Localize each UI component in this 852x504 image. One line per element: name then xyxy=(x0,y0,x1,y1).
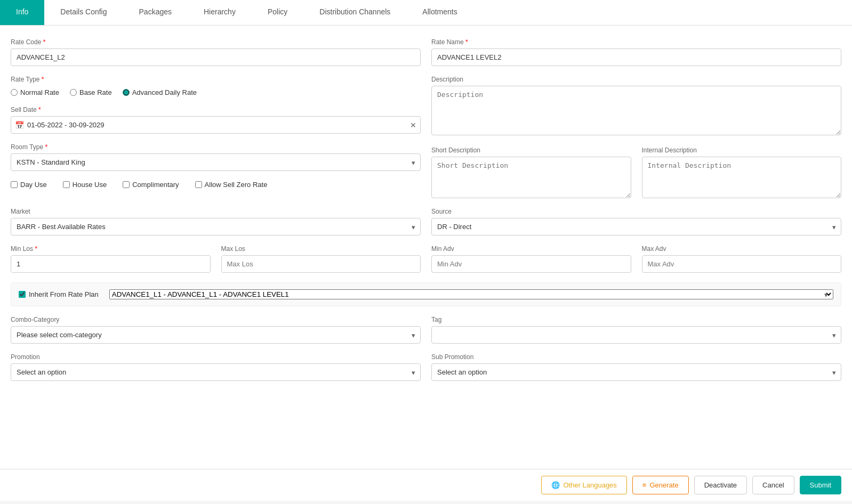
row-los-adv: Min Los * Max Los Min Adv Max Adv xyxy=(11,245,841,273)
sub-promotion-select[interactable]: Select an option xyxy=(431,363,841,381)
other-languages-button[interactable]: 🌐 Other Languages xyxy=(541,476,626,494)
max-los-input[interactable] xyxy=(221,255,421,273)
rate-code-label: Rate Code * xyxy=(11,38,421,46)
checkbox-complimentary-input[interactable] xyxy=(123,181,130,188)
group-sub-promotion: Sub Promotion Select an option xyxy=(431,353,841,381)
max-adv-label: Max Adv xyxy=(642,245,842,253)
short-description-textarea[interactable] xyxy=(431,157,631,198)
tab-packages[interactable]: Packages xyxy=(123,0,188,25)
group-description: Description xyxy=(431,76,841,137)
tab-hierarchy[interactable]: Hierarchy xyxy=(188,0,252,25)
market-select-wrapper: BARR - Best Available Rates xyxy=(11,218,421,235)
tab-details-config[interactable]: Details Config xyxy=(44,0,123,25)
row-rate-code-name: Rate Code * Rate Name * xyxy=(11,38,841,66)
checkbox-allow-sell-zero-input[interactable] xyxy=(195,181,202,188)
rate-name-input[interactable] xyxy=(431,48,841,66)
promotion-select-wrapper: Select an option xyxy=(11,363,421,381)
checkbox-day-use-input[interactable] xyxy=(11,181,18,188)
group-combo-category: Combo-Category Please select com-categor… xyxy=(11,316,421,344)
promotion-select[interactable]: Select an option xyxy=(11,363,421,381)
generate-button[interactable]: ≡ Generate xyxy=(632,476,689,494)
inherit-row: Inherit From Rate Plan ADVANCE1_L1 - ADV… xyxy=(11,282,841,306)
group-room-type: Room Type * KSTN - Standard King xyxy=(11,143,421,171)
rate-type-label: Rate Type * xyxy=(11,76,421,83)
source-select[interactable]: DR - Direct xyxy=(431,218,841,235)
checkbox-house-use-input[interactable] xyxy=(63,181,70,188)
row-promotion: Promotion Select an option Sub Promotion… xyxy=(11,353,841,381)
inherit-checkbox[interactable] xyxy=(19,291,26,298)
min-los-label: Min Los * xyxy=(11,245,211,253)
group-rate-type: Rate Type * Normal Rate Base Rate Advanc… xyxy=(11,76,421,96)
tab-allotments[interactable]: Allotments xyxy=(406,0,473,25)
submit-button[interactable]: Submit xyxy=(800,476,841,494)
cancel-button[interactable]: Cancel xyxy=(752,476,794,494)
source-select-wrapper: DR - Direct xyxy=(431,218,841,235)
rate-name-label: Rate Name * xyxy=(431,38,841,46)
radio-normal-rate-input[interactable] xyxy=(11,89,18,96)
tab-info[interactable]: Info xyxy=(0,0,44,25)
checkbox-complimentary[interactable]: Complimentary xyxy=(123,181,179,189)
radio-advanced-rate[interactable]: Advanced Daily Rate xyxy=(123,88,197,96)
group-max-adv: Max Adv xyxy=(642,245,842,273)
globe-icon: 🌐 xyxy=(551,481,560,489)
sell-date-wrapper: 📅 ✕ xyxy=(11,116,421,134)
radio-normal-rate[interactable]: Normal Rate xyxy=(11,88,59,96)
inherit-select[interactable]: ADVANCE1_L1 - ADVANCE1_L1 - ADVANCE1 LEV… xyxy=(109,289,833,299)
rate-type-radio-group: Normal Rate Base Rate Advanced Daily Rat… xyxy=(11,88,421,96)
row-rate-type-description: Rate Type * Normal Rate Base Rate Advanc… xyxy=(11,76,841,198)
room-type-label: Room Type * xyxy=(11,143,421,151)
internal-description-textarea[interactable] xyxy=(642,157,842,198)
min-adv-label: Min Adv xyxy=(431,245,631,253)
row-market-source: Market BARR - Best Available Rates Sourc… xyxy=(11,208,841,235)
radio-base-rate[interactable]: Base Rate xyxy=(70,88,112,96)
checkbox-day-use[interactable]: Day Use xyxy=(11,181,47,189)
tag-label: Tag xyxy=(431,316,841,323)
group-max-los: Max Los xyxy=(221,245,421,273)
description-label: Description xyxy=(431,76,841,83)
footer-bar: 🌐 Other Languages ≡ Generate Deactivate … xyxy=(0,469,852,501)
internal-description-label: Internal Description xyxy=(642,147,842,154)
checkbox-allow-sell-zero[interactable]: Allow Sell Zero Rate xyxy=(195,181,268,189)
max-los-label: Max Los xyxy=(221,245,421,253)
promotion-label: Promotion xyxy=(11,353,421,361)
group-sell-date: Sell Date * 📅 ✕ xyxy=(11,106,421,134)
sell-date-clear-icon[interactable]: ✕ xyxy=(410,121,416,129)
market-label: Market xyxy=(11,208,421,215)
sell-date-label: Sell Date * xyxy=(11,106,421,113)
deactivate-button[interactable]: Deactivate xyxy=(694,476,747,494)
min-adv-input[interactable] xyxy=(431,255,631,273)
radio-base-rate-input[interactable] xyxy=(70,89,77,96)
inherit-label[interactable]: Inherit From Rate Plan xyxy=(19,290,99,298)
combo-category-select-wrapper: Please select com-category xyxy=(11,326,421,344)
sub-promotion-label: Sub Promotion xyxy=(431,353,841,361)
checkbox-group: Day Use House Use Complimentary Allow Se… xyxy=(11,181,421,189)
max-adv-input[interactable] xyxy=(642,255,842,273)
inherit-select-wrapper: ADVANCE1_L1 - ADVANCE1_L1 - ADVANCE1 LEV… xyxy=(109,289,833,299)
row-short-internal: Short Description Internal Description xyxy=(431,147,841,198)
group-rate-name: Rate Name * xyxy=(431,38,841,66)
sell-date-input[interactable] xyxy=(11,116,421,134)
group-internal-description: Internal Description xyxy=(642,147,842,198)
group-rate-code: Rate Code * xyxy=(11,38,421,66)
form-content: Rate Code * Rate Name * Rate Type * xyxy=(0,26,852,469)
combo-category-select[interactable]: Please select com-category xyxy=(11,326,421,344)
room-type-select[interactable]: KSTN - Standard King xyxy=(11,153,421,171)
tag-select[interactable] xyxy=(431,326,841,344)
tab-bar: Info Details Config Packages Hierarchy P… xyxy=(0,0,852,26)
description-textarea[interactable] xyxy=(431,86,841,135)
group-min-adv: Min Adv xyxy=(431,245,631,273)
room-type-select-wrapper: KSTN - Standard King xyxy=(11,153,421,171)
checkbox-house-use[interactable]: House Use xyxy=(63,181,107,189)
tab-policy[interactable]: Policy xyxy=(252,0,303,25)
radio-advanced-rate-input[interactable] xyxy=(123,89,130,96)
group-tag: Tag xyxy=(431,316,841,344)
market-select[interactable]: BARR - Best Available Rates xyxy=(11,218,421,235)
group-short-description: Short Description xyxy=(431,147,631,198)
tab-distribution-channels[interactable]: Distribution Channels xyxy=(303,0,406,25)
list-icon: ≡ xyxy=(642,481,647,489)
min-los-input[interactable] xyxy=(11,255,211,273)
group-min-los: Min Los * xyxy=(11,245,211,273)
rate-code-input[interactable] xyxy=(11,48,421,66)
sub-promotion-select-wrapper: Select an option xyxy=(431,363,841,381)
tag-select-wrapper xyxy=(431,326,841,344)
